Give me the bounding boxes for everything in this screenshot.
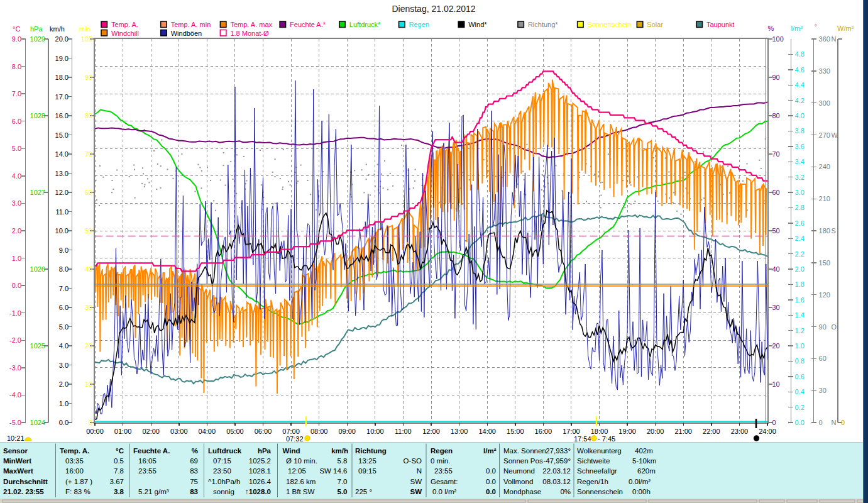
svg-text:20: 20	[772, 342, 780, 350]
svg-text:Durchschnitt: Durchschnitt	[3, 478, 48, 485]
svg-text:sonnig: sonnig	[213, 488, 234, 495]
svg-text:07:15: 07:15	[213, 457, 231, 465]
svg-text:6.0: 6.0	[59, 304, 69, 311]
svg-text:5.0: 5.0	[12, 145, 21, 152]
svg-text:240: 240	[819, 163, 830, 170]
svg-text:3.8: 3.8	[114, 488, 124, 495]
svg-text:15:00: 15:00	[507, 428, 524, 435]
svg-text:90: 90	[85, 74, 92, 81]
svg-text:7.0: 7.0	[59, 285, 69, 292]
svg-text:SW: SW	[410, 488, 422, 495]
svg-text:30: 30	[819, 387, 827, 394]
svg-text:20:00: 20:00	[647, 428, 664, 435]
svg-text:1.0: 1.0	[795, 342, 805, 350]
svg-text:2.4: 2.4	[795, 235, 805, 242]
svg-text:50: 50	[772, 227, 780, 235]
svg-text:Vollmond: Vollmond	[503, 478, 533, 485]
svg-text:4.0: 4.0	[12, 172, 21, 180]
svg-text:0.5: 0.5	[114, 457, 124, 465]
svg-text:l/m²: l/m²	[791, 25, 803, 32]
svg-text:2.0: 2.0	[59, 380, 69, 388]
svg-text:0.6: 0.6	[795, 373, 805, 380]
svg-text:2.0: 2.0	[795, 265, 805, 273]
svg-text:05:00: 05:00	[226, 428, 244, 435]
svg-text:10: 10	[772, 380, 780, 388]
svg-text:14.0: 14.0	[55, 150, 69, 158]
svg-text:300: 300	[819, 99, 830, 107]
svg-text:17:54: 17:54	[574, 435, 591, 443]
svg-text:3.0: 3.0	[795, 189, 805, 196]
svg-text:17.0: 17.0	[55, 93, 69, 101]
svg-text:F: 83 %: F: 83 %	[65, 488, 91, 495]
svg-text:0 min.: 0 min.	[431, 457, 450, 465]
svg-text:Wolkenunterg: Wolkenunterg	[577, 447, 622, 455]
svg-text:Sonnenschein: Sonnenschein	[588, 21, 632, 28]
svg-text:8.0: 8.0	[59, 265, 69, 273]
svg-text:13:00: 13:00	[451, 428, 468, 435]
svg-text:Temp. A. max: Temp. A. max	[230, 21, 272, 28]
svg-text:1028.1: 1028.1	[249, 467, 271, 475]
svg-text:4.4: 4.4	[795, 81, 805, 89]
svg-text:09:00: 09:00	[338, 428, 356, 435]
svg-text:2.2: 2.2	[795, 250, 805, 258]
svg-text:40: 40	[85, 265, 92, 273]
svg-text:hPa: hPa	[258, 447, 272, 455]
svg-text:Feuchte A.: Feuchte A.	[133, 447, 170, 455]
svg-text:O: O	[832, 323, 837, 331]
svg-text:20: 20	[85, 342, 92, 350]
svg-text:360: 360	[819, 35, 830, 43]
svg-text:1.0: 1.0	[59, 400, 69, 407]
svg-text:Regen/1h: Regen/1h	[577, 478, 608, 485]
svg-text:08:00: 08:00	[310, 428, 328, 435]
svg-text:10.0: 10.0	[55, 227, 69, 235]
svg-text:Richtung: Richtung	[355, 447, 387, 455]
svg-text:2.6: 2.6	[795, 219, 805, 227]
svg-text:Luftdruck: Luftdruck	[208, 447, 242, 455]
svg-text:2.0: 2.0	[12, 227, 21, 235]
svg-text:Windchill: Windchill	[111, 30, 139, 37]
svg-text:Wind*: Wind*	[468, 21, 487, 28]
svg-text:30: 30	[85, 304, 92, 311]
svg-text:Sichtweite: Sichtweite	[577, 457, 610, 465]
svg-text:3.8: 3.8	[795, 127, 805, 135]
svg-text:SW 14.6: SW 14.6	[319, 467, 347, 475]
svg-text:9.0: 9.0	[59, 246, 69, 254]
svg-text:70: 70	[772, 150, 780, 158]
svg-text:Temp. A.: Temp. A.	[111, 21, 138, 28]
svg-text:182.6 km: 182.6 km	[286, 478, 316, 485]
svg-text:13.0: 13.0	[55, 170, 69, 177]
svg-text:N: N	[832, 419, 837, 426]
svg-text:16.0: 16.0	[55, 112, 69, 119]
svg-text:(+ 1.87 ): (+ 1.87 )	[65, 478, 92, 485]
svg-text:1026: 1026	[30, 265, 45, 273]
svg-text:3.6: 3.6	[795, 143, 805, 150]
svg-text:5.0: 5.0	[338, 488, 348, 495]
svg-text:60: 60	[819, 355, 827, 362]
svg-text:MinWert: MinWert	[3, 457, 31, 465]
svg-text:Temp. A. min: Temp. A. min	[171, 21, 211, 28]
svg-text:N: N	[417, 467, 422, 475]
svg-text:0.0: 0.0	[59, 419, 69, 426]
svg-text:W: W	[832, 131, 838, 139]
svg-text:12:00: 12:00	[422, 428, 440, 435]
svg-text:3.0: 3.0	[59, 362, 69, 369]
svg-text:83: 83	[190, 488, 198, 495]
svg-text:620m: 620m	[637, 467, 656, 475]
svg-text:0.0: 0.0	[486, 488, 496, 495]
svg-text:0.0: 0.0	[12, 282, 21, 289]
svg-text:15.0: 15.0	[55, 131, 69, 139]
svg-text:2.8: 2.8	[795, 204, 805, 211]
svg-text:0.2: 0.2	[795, 404, 805, 411]
svg-text:50: 50	[85, 227, 92, 235]
svg-text:1 Bft SW: 1 Bft SW	[286, 488, 315, 495]
svg-text:km/h: km/h	[331, 447, 348, 455]
svg-text:8.0: 8.0	[12, 63, 21, 70]
svg-text:03:00: 03:00	[170, 428, 188, 435]
svg-text:-4.0: -4.0	[9, 391, 21, 399]
svg-text:330: 330	[819, 67, 830, 75]
svg-text:0.0: 0.0	[486, 467, 496, 475]
svg-text:60: 60	[85, 189, 92, 196]
svg-text:03:35: 03:35	[65, 457, 84, 465]
svg-text:90: 90	[772, 74, 780, 81]
svg-text:06:00: 06:00	[255, 428, 272, 435]
